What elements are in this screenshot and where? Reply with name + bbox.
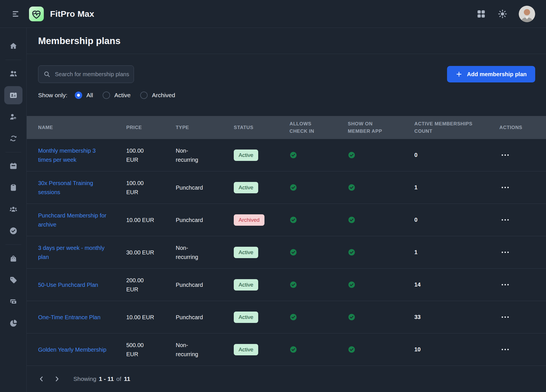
- sidebar-item-group[interactable]: [4, 200, 22, 218]
- search-icon: [43, 70, 51, 78]
- shopping-bag-icon: [9, 254, 18, 263]
- row-actions-ellipsis-icon[interactable]: [499, 154, 511, 156]
- allows-check-in-cell: [289, 313, 348, 321]
- sidebar-item-cash[interactable]: [4, 293, 22, 311]
- filter-label: Show only:: [38, 92, 67, 99]
- check-circle-icon: [289, 281, 297, 289]
- sidebar-item-clipboard[interactable]: [4, 179, 22, 197]
- table-row: 3 days per week - monthly plan 30.00 EUR…: [27, 236, 546, 269]
- plan-price: 100.00 EUR: [126, 179, 155, 197]
- sidebar-divider: [5, 60, 21, 60]
- plan-name-link[interactable]: Monthly membership 3 times per week: [38, 146, 109, 164]
- status-badge: Active: [234, 312, 258, 323]
- theme-sun-icon[interactable]: [498, 9, 507, 19]
- plan-price: 100.00 EUR: [126, 146, 155, 164]
- heart-pulse-logo-icon: [29, 7, 44, 21]
- plus-icon: [456, 71, 462, 78]
- plan-type: Punchcard: [176, 280, 209, 289]
- active-memberships-count: 1: [414, 184, 417, 190]
- active-memberships-count: 0: [414, 217, 417, 223]
- row-actions-ellipsis-icon[interactable]: [499, 187, 511, 188]
- sidebar-item-tag[interactable]: [4, 271, 22, 289]
- column-header-name: NAME: [27, 124, 126, 131]
- apps-grid-icon[interactable]: [476, 9, 486, 19]
- brand: FitPro Max: [29, 7, 94, 21]
- column-header-active-memberships-count: ACTIVE MEMBERSHIPS COUNT: [414, 120, 483, 135]
- sidebar-item-user-gear[interactable]: [4, 108, 22, 126]
- radio-icon[interactable]: [103, 92, 110, 99]
- plan-name-link[interactable]: 3 days per week - monthly plan: [38, 243, 109, 262]
- table-row: Punchcard Membership for archive 10.00 E…: [27, 204, 546, 236]
- membership-card-icon: [9, 91, 18, 99]
- home-icon: [9, 42, 18, 50]
- sidebar-item-check-circle[interactable]: [4, 222, 22, 240]
- table-body: Monthly membership 3 times per week 100.…: [27, 139, 546, 366]
- row-actions-ellipsis-icon[interactable]: [499, 252, 511, 253]
- menu-icon[interactable]: [10, 8, 22, 20]
- check-circle-icon: [348, 346, 355, 353]
- plan-type: Non-recurring: [176, 341, 209, 359]
- active-memberships-count: 33: [414, 314, 421, 320]
- sidebar: [0, 28, 27, 392]
- show-on-member-app-cell: [348, 281, 414, 289]
- filter-radio-archived[interactable]: Archived: [140, 92, 175, 99]
- sidebar-item-sync[interactable]: [4, 129, 22, 148]
- row-actions-ellipsis-icon[interactable]: [499, 349, 511, 350]
- sidebar-item-calendar[interactable]: [4, 157, 22, 175]
- row-actions-ellipsis-icon[interactable]: [499, 284, 511, 285]
- show-on-member-app-cell: [348, 151, 414, 159]
- add-membership-plan-button[interactable]: Add membership plan: [447, 66, 535, 82]
- plan-name-link[interactable]: One-Time Entrance Plan: [38, 313, 109, 322]
- filter-radio-active[interactable]: Active: [103, 92, 131, 99]
- allows-check-in-cell: [289, 281, 348, 289]
- chevron-left-icon[interactable]: [38, 376, 45, 382]
- check-circle-icon: [348, 184, 355, 191]
- check-circle-icon: [348, 151, 355, 159]
- filter-radio-all[interactable]: All: [75, 92, 93, 99]
- active-memberships-count: 1: [414, 249, 417, 255]
- plan-price: 30.00 EUR: [126, 248, 155, 257]
- pagination-range: 1 - 11: [99, 376, 114, 382]
- pagination-status: Showing 1 - 11 of 11: [73, 376, 130, 382]
- table-row: One-Time Entrance Plan 10.00 EUR Punchca…: [27, 301, 546, 333]
- column-header-actions: ACTIONS: [499, 124, 546, 131]
- user-gear-icon: [9, 113, 18, 121]
- chevron-right-icon[interactable]: [53, 376, 60, 382]
- allows-check-in-cell: [289, 184, 348, 191]
- table-row: 30x Personal Training sessions 100.00 EU…: [27, 171, 546, 204]
- plan-name-link[interactable]: 50-Use Punchcard Plan: [38, 280, 109, 289]
- radio-icon[interactable]: [140, 92, 148, 99]
- check-circle-icon: [289, 248, 297, 256]
- pie-chart-icon: [9, 319, 18, 327]
- radio-icon[interactable]: [75, 92, 82, 99]
- sidebar-item-home[interactable]: [4, 37, 22, 55]
- check-circle-icon: [348, 248, 355, 256]
- plan-type: Punchcard: [176, 183, 209, 192]
- sidebar-item-users[interactable]: [4, 65, 22, 83]
- allows-check-in-cell: [289, 248, 348, 256]
- active-memberships-count: 0: [414, 152, 417, 158]
- plan-name-link[interactable]: 30x Personal Training sessions: [38, 179, 109, 197]
- tag-icon: [9, 276, 18, 284]
- plan-price: 200.00 EUR: [126, 276, 155, 294]
- cash-icon: [9, 297, 18, 306]
- row-actions-ellipsis-icon[interactable]: [499, 219, 511, 221]
- plan-type: Non-recurring: [176, 243, 209, 262]
- sidebar-item-membership-card[interactable]: [4, 86, 22, 104]
- filter-group: Show only: AllActiveArchived: [38, 90, 546, 100]
- plan-name-link[interactable]: Punchcard Membership for archive: [38, 211, 109, 229]
- active-memberships-count: 10: [414, 346, 421, 352]
- column-header-allows-check-in: ALLOWS CHECK IN: [289, 120, 324, 135]
- plan-price: 10.00 EUR: [126, 313, 155, 322]
- plan-name-link[interactable]: Golden Yearly Membership: [38, 345, 109, 354]
- sidebar-item-shopping-bag[interactable]: [4, 249, 22, 267]
- check-circle-icon: [289, 346, 297, 353]
- search-input[interactable]: [38, 65, 134, 83]
- check-circle-icon: [348, 216, 355, 224]
- row-actions-ellipsis-icon[interactable]: [499, 316, 511, 318]
- user-avatar[interactable]: [519, 6, 535, 22]
- sidebar-item-pie-chart[interactable]: [4, 314, 22, 332]
- allows-check-in-cell: [289, 151, 348, 159]
- status-badge: Active: [234, 279, 258, 291]
- check-circle-icon: [289, 216, 297, 224]
